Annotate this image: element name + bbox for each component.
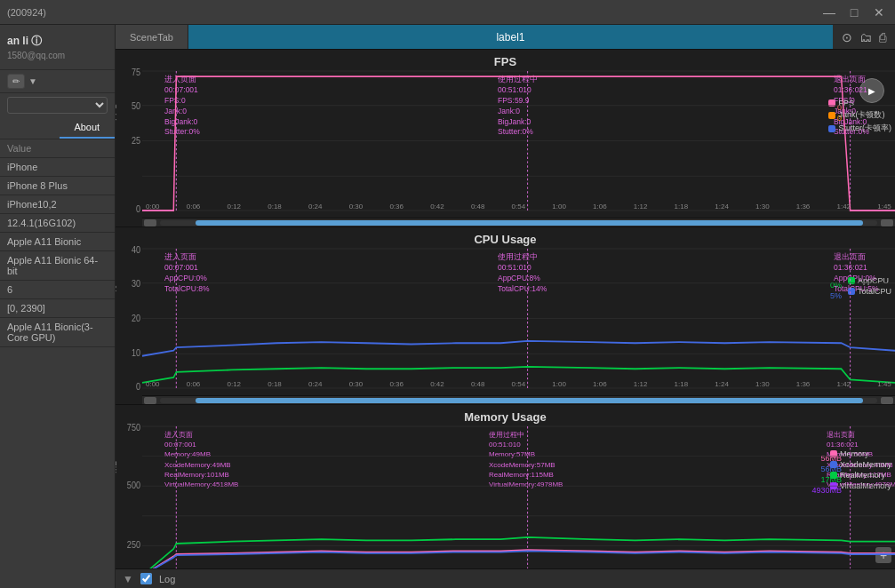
svg-text:50: 50 xyxy=(132,101,140,112)
fps-x-axis: 0:00 0:06 0:12 0:18 0:24 0:30 0:36 0:42 … xyxy=(142,203,895,211)
x-label: 1:30 xyxy=(755,203,770,211)
memory-y-label: MB xyxy=(116,458,118,476)
scrollbar-thumb[interactable] xyxy=(196,398,863,403)
scrollbar-left-handle[interactable] xyxy=(144,397,156,404)
x-label: 0:42 xyxy=(430,203,444,211)
bottom-bar: ▼ Log xyxy=(116,568,895,588)
sidebar-user-email: 1580@qq.com xyxy=(7,51,108,60)
sidebar-tab-about[interactable]: About xyxy=(60,117,116,139)
svg-text:0: 0 xyxy=(136,204,140,215)
close-button[interactable]: ✕ xyxy=(870,5,888,20)
x-label: 0:30 xyxy=(349,203,364,211)
x-label: 0:24 xyxy=(308,380,323,388)
memory-chart-area: 750 500 250 0 xyxy=(142,426,895,568)
svg-text:40: 40 xyxy=(132,244,140,255)
list-item: iPhone xyxy=(0,158,115,177)
fps-chart: FPS FPS ▶ 进入页面00:07:001FPS:0Jank:0BigJan… xyxy=(116,50,895,227)
memory-chart: Memory Usage MB 进入页面00:07:001Memory:49MB… xyxy=(116,405,895,568)
scrollbar-track[interactable] xyxy=(160,220,877,226)
svg-text:30: 30 xyxy=(132,279,140,290)
tab-label: label1 xyxy=(188,25,833,49)
tab-icons: ⊙ 🗂 ⎙ xyxy=(833,25,895,49)
svg-text:75: 75 xyxy=(132,67,140,77)
x-label: 1:06 xyxy=(593,380,607,388)
x-label: 0:18 xyxy=(268,380,282,388)
x-label: 1:12 xyxy=(634,380,648,388)
x-label: 0:24 xyxy=(308,568,323,568)
x-label: 0:24 xyxy=(308,203,323,211)
x-label: 0:06 xyxy=(187,203,201,211)
scrollbar-thumb[interactable] xyxy=(196,220,863,226)
x-label: 1:12 xyxy=(634,568,648,568)
scene-tab[interactable]: SceneTab xyxy=(116,25,188,49)
x-label: 1:18 xyxy=(675,203,689,211)
x-label: 0:12 xyxy=(227,380,241,388)
scrollbar-track[interactable] xyxy=(160,398,877,403)
x-label: 1:36 xyxy=(796,203,811,211)
x-label: 0:48 xyxy=(471,203,485,211)
x-label: 0:36 xyxy=(389,568,404,568)
fps-chart-area: 75 50 25 0 xyxy=(142,71,895,211)
memory-x-axis: 0:00 0:06 0:12 0:18 0:24 0:30 0:36 0:42 … xyxy=(142,568,895,568)
svg-text:20: 20 xyxy=(132,313,140,323)
cpu-chart-area: 40 30 20 10 0 xyxy=(142,249,895,388)
x-label: 1:06 xyxy=(593,568,607,568)
list-item: 6 xyxy=(0,281,115,299)
x-label: 0:06 xyxy=(187,380,201,388)
cpu-scrollbar[interactable] xyxy=(142,395,895,404)
log-checkbox[interactable] xyxy=(140,573,152,584)
svg-text:250: 250 xyxy=(127,539,141,550)
memory-svg: 750 500 250 0 xyxy=(142,426,895,568)
minimize-button[interactable]: — xyxy=(820,5,838,20)
main-layout: an li ⓘ 1580@qq.com ✏ ▼ About Value iPho… xyxy=(0,25,895,588)
x-label: 1:00 xyxy=(552,568,566,568)
share-icon[interactable]: ⎙ xyxy=(879,30,886,44)
x-label: 0:30 xyxy=(349,568,364,568)
list-item: iPhone 8 Plus xyxy=(0,177,115,195)
x-label: 1:30 xyxy=(755,380,770,388)
scrollbar-right-handle[interactable] xyxy=(881,397,893,404)
sidebar-rows: Value iPhone iPhone 8 Plus iPhone10,2 12… xyxy=(0,139,115,588)
svg-text:25: 25 xyxy=(132,135,140,146)
title-bar: (200924) — □ ✕ xyxy=(0,0,895,25)
x-label: 1:45 xyxy=(877,203,891,211)
window-title: (200924) xyxy=(7,7,46,18)
x-label: 1:00 xyxy=(552,203,566,211)
x-label: 1:18 xyxy=(675,568,689,568)
x-label: 0:54 xyxy=(512,568,526,568)
x-label: 0:54 xyxy=(512,380,526,388)
x-label: 1:24 xyxy=(715,203,729,211)
x-label: 0:18 xyxy=(268,568,282,568)
sidebar-dropdown[interactable] xyxy=(7,97,108,114)
fps-scrollbar[interactable] xyxy=(142,218,895,226)
list-item: 12.4.1(16G102) xyxy=(0,214,115,233)
folder-icon[interactable]: 🗂 xyxy=(859,30,872,44)
x-label: 1:45 xyxy=(877,568,891,568)
edit-button[interactable]: ✏ xyxy=(7,74,25,89)
x-label: 1:12 xyxy=(634,203,648,211)
location-icon[interactable]: ⊙ xyxy=(842,30,852,44)
list-item: iPhone10,2 xyxy=(0,195,115,214)
charts-container: FPS FPS ▶ 进入页面00:07:001FPS:0Jank:0BigJan… xyxy=(116,50,895,568)
maximize-button[interactable]: □ xyxy=(845,5,863,20)
sidebar-tab-general[interactable] xyxy=(0,117,60,139)
x-label: 1:18 xyxy=(675,380,689,388)
scrollbar-left-handle[interactable] xyxy=(144,219,156,226)
cpu-chart: CPU Usage % 进入页面00:07:001AppCPU:0%TotalC… xyxy=(116,227,895,405)
bottom-bar-arrow[interactable]: ▼ xyxy=(123,573,133,585)
x-label: 0:54 xyxy=(512,203,526,211)
content-area: SceneTab label1 ⊙ 🗂 ⎙ FPS FPS ▶ 进入页面00:0… xyxy=(116,25,895,588)
sidebar-user-name: an li ⓘ xyxy=(7,34,108,49)
fps-y-label: FPS xyxy=(116,103,118,121)
x-label: 1:24 xyxy=(715,380,729,388)
cpu-y-label: % xyxy=(116,281,118,298)
fps-svg: 75 50 25 0 xyxy=(142,71,895,211)
x-label: 1:45 xyxy=(877,380,891,388)
scrollbar-right-handle[interactable] xyxy=(881,219,893,226)
cpu-x-axis: 0:00 0:06 0:12 0:18 0:24 0:30 0:36 0:42 … xyxy=(142,380,895,388)
log-label: Log xyxy=(159,574,175,584)
x-label: 1:00 xyxy=(552,380,566,388)
x-label: 0:48 xyxy=(471,568,485,568)
x-label: 1:30 xyxy=(755,568,770,568)
x-label: 0:12 xyxy=(227,203,241,211)
